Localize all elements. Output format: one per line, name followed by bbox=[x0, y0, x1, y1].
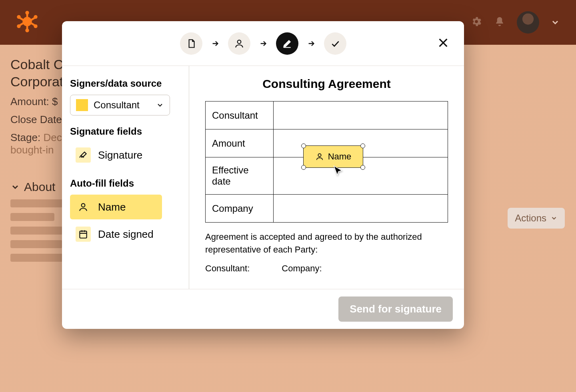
person-icon bbox=[315, 152, 324, 161]
signature-icon bbox=[76, 147, 91, 163]
field-label: Date signed bbox=[98, 228, 154, 241]
check-icon bbox=[330, 38, 340, 49]
close-icon bbox=[437, 36, 450, 49]
placeholder-row bbox=[10, 213, 54, 221]
pencil-icon bbox=[282, 38, 292, 49]
fields-sidebar: Signers/data source Consultant Signature… bbox=[62, 66, 189, 289]
chevron-down-icon bbox=[550, 215, 558, 222]
modal-stepper bbox=[62, 21, 464, 66]
step-edit-fields[interactable] bbox=[276, 32, 298, 55]
signer-name: Consultant bbox=[94, 99, 140, 111]
placed-field-label: Name bbox=[328, 151, 352, 162]
notifications-icon[interactable] bbox=[494, 16, 506, 29]
resize-handle[interactable] bbox=[360, 143, 365, 148]
person-icon bbox=[234, 38, 244, 49]
signers-heading: Signers/data source bbox=[70, 78, 181, 89]
signature-line-consultant: Consultant: bbox=[205, 263, 250, 274]
cursor-icon bbox=[332, 164, 345, 178]
arrow-right-icon bbox=[210, 38, 221, 49]
hubspot-logo-icon[interactable] bbox=[16, 10, 38, 34]
row-label-company: Company bbox=[206, 195, 274, 223]
arrow-right-icon bbox=[306, 38, 317, 49]
arrow-right-icon bbox=[258, 38, 269, 49]
step-document[interactable] bbox=[180, 32, 202, 55]
about-label: About bbox=[24, 180, 55, 194]
chevron-down-icon bbox=[156, 101, 164, 109]
svg-rect-9 bbox=[80, 231, 86, 238]
placeholder-row bbox=[10, 240, 62, 248]
row-value-consultant[interactable] bbox=[274, 101, 448, 129]
step-signers[interactable] bbox=[228, 32, 250, 55]
close-button[interactable] bbox=[437, 36, 450, 51]
person-icon bbox=[76, 199, 91, 215]
send-label: Send for signature bbox=[350, 303, 442, 315]
field-date-signed[interactable]: Date signed bbox=[70, 222, 162, 247]
resize-handle[interactable] bbox=[301, 165, 306, 170]
svg-point-7 bbox=[237, 40, 241, 44]
esign-editor-modal: Signers/data source Consultant Signature… bbox=[62, 21, 464, 329]
field-signature[interactable]: Signature bbox=[70, 143, 162, 167]
signer-select[interactable]: Consultant bbox=[70, 95, 170, 115]
actions-button[interactable]: Actions bbox=[508, 208, 565, 229]
account-menu-caret[interactable] bbox=[550, 18, 560, 27]
row-value-company[interactable] bbox=[274, 195, 448, 223]
calendar-icon bbox=[76, 227, 91, 242]
document-canvas[interactable]: Consulting Agreement Consultant Amount E… bbox=[189, 66, 464, 289]
gear-icon[interactable] bbox=[470, 16, 482, 29]
document-title: Consulting Agreement bbox=[205, 77, 448, 91]
send-for-signature-button[interactable]: Send for signature bbox=[338, 296, 453, 322]
autofill-fields-heading: Auto-fill fields bbox=[70, 178, 181, 189]
svg-point-8 bbox=[82, 203, 85, 207]
svg-point-10 bbox=[318, 154, 321, 157]
avatar[interactable] bbox=[517, 11, 539, 34]
signer-color-swatch bbox=[76, 99, 88, 111]
agreement-acceptance-text: Agreement is accepted and agreed to by t… bbox=[205, 231, 448, 256]
document-icon bbox=[186, 38, 196, 49]
signature-fields-heading: Signature fields bbox=[70, 126, 181, 137]
actions-label: Actions bbox=[515, 213, 546, 224]
modal-footer: Send for signature bbox=[62, 289, 464, 329]
row-label-effective-date: Effective date bbox=[206, 157, 274, 195]
row-label-amount: Amount bbox=[206, 129, 274, 157]
step-review[interactable] bbox=[324, 32, 346, 55]
resize-handle[interactable] bbox=[360, 165, 365, 170]
signature-line-company: Company: bbox=[282, 263, 322, 274]
resize-handle[interactable] bbox=[301, 143, 306, 148]
row-label-consultant: Consultant bbox=[206, 101, 274, 129]
field-label: Name bbox=[98, 201, 126, 213]
field-label: Signature bbox=[98, 149, 142, 161]
field-name[interactable]: Name bbox=[70, 195, 162, 219]
document-page: Consulting Agreement Consultant Amount E… bbox=[189, 66, 464, 289]
